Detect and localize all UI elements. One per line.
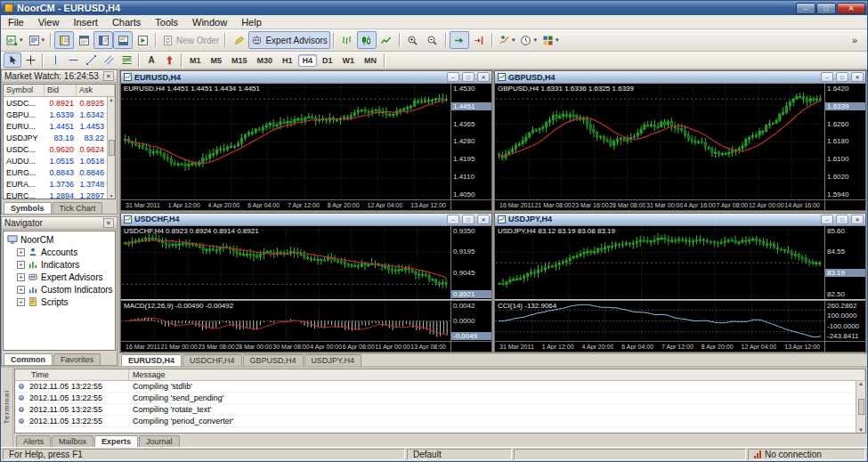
expand-icon[interactable]: + [17, 248, 25, 256]
chart-tab[interactable]: USDJPY,H4 [304, 354, 361, 366]
status-profile[interactable]: Default [407, 449, 512, 460]
candlestick-type-button[interactable] [357, 31, 377, 49]
navigator-toggle-button[interactable] [93, 31, 113, 49]
terminal-tab[interactable]: Journal [139, 435, 180, 447]
terminal-toggle-button[interactable] [113, 31, 133, 49]
timeframe-button[interactable]: W1 [338, 54, 360, 67]
chart-maximize-button[interactable]: □ [462, 215, 475, 224]
chart-close-button[interactable]: ✕ [477, 72, 490, 82]
tree-root-noorcm[interactable]: NoorCM [4, 233, 115, 246]
market-watch-toggle-button[interactable] [54, 31, 74, 49]
price-scale[interactable]: 0.93500.91950.90450.8921 [450, 226, 491, 300]
chart-tab[interactable]: GBPUSD,H4 [243, 354, 304, 366]
tree-item-scripts[interactable]: + Scripts [4, 296, 115, 308]
fibonacci-tool-button[interactable] [118, 53, 135, 68]
column-message[interactable]: Message [129, 369, 865, 380]
chart-maximize-button[interactable]: □ [462, 72, 475, 82]
timeframe-button[interactable]: MN [360, 54, 381, 67]
profiles-button[interactable]: ▾ [26, 31, 48, 49]
navigator-header[interactable]: Navigator ✕ [2, 217, 117, 230]
market-watch-header[interactable]: Market Watch: 16:24:53 ✕ [2, 70, 117, 83]
log-row[interactable]: 2012.11.05 13:22:55 Compiling 'send_pend… [15, 393, 865, 404]
symbol-row[interactable]: GBPU... 1.6339 1.6342 [4, 109, 115, 120]
terminal-tab[interactable]: Alerts [16, 435, 51, 447]
auto-scroll-button[interactable] [450, 31, 469, 49]
vertical-line-tool-button[interactable] [46, 53, 64, 68]
scroll-up-icon[interactable]: ▲ [110, 97, 114, 102]
periods-button[interactable]: ▾ [517, 31, 539, 49]
timeframe-button[interactable]: H4 [298, 54, 318, 67]
chart-minimize-button[interactable]: – [821, 72, 833, 82]
indicators-button[interactable]: ▾ [496, 31, 518, 49]
crosshair-tool-button[interactable] [21, 53, 39, 68]
chart-titlebar[interactable]: USDJPY,H4 – □ ✕ [495, 214, 865, 226]
symbol-row[interactable]: EURG... 0.8843 0.8846 [4, 166, 115, 178]
terminal-tab[interactable]: Experts [94, 435, 138, 447]
menu-item[interactable]: View [31, 16, 67, 28]
navigator-close-icon[interactable]: ✕ [103, 218, 114, 228]
bar-chart-type-button[interactable] [337, 31, 357, 49]
chart-plot[interactable]: GBPUSD,H4 1.6331 1.6336 1.6325 1.6339 [495, 84, 824, 199]
metaeditor-button[interactable] [229, 31, 248, 49]
chart-titlebar[interactable]: EURUSD,H4 – □ ✕ [121, 71, 491, 84]
timeframe-button[interactable]: M1 [185, 54, 206, 67]
arrow-tool-button[interactable] [160, 53, 178, 68]
timeframe-button[interactable]: M30 [253, 54, 278, 67]
text-tool-button[interactable]: A [142, 53, 160, 68]
titlebar[interactable]: NoorCM - EURUSD,H4 – □ ✕ [1, 1, 867, 15]
chart-shift-button[interactable] [469, 31, 489, 49]
chart-plot[interactable]: USDCHF,H4 0.8923 0.8924 0.8914 0.8921 [121, 226, 450, 300]
close-button[interactable]: ✕ [837, 3, 865, 14]
chart-maximize-button[interactable]: □ [836, 72, 848, 82]
expand-icon[interactable]: + [17, 298, 25, 306]
scroll-down-icon[interactable]: ▼ [110, 193, 114, 199]
chart-close-button[interactable]: ✕ [477, 215, 490, 224]
log-row[interactable]: 2012.11.05 13:22:55 Compiling 'stdlib' [15, 381, 865, 393]
scrollbar-thumb[interactable] [858, 399, 864, 415]
market-watch-tab[interactable]: Symbols [4, 202, 52, 214]
time-scale[interactable]: 31 Mar 20111 Apr 12:004 Apr 20:006 Apr 0… [495, 341, 824, 352]
menu-item[interactable]: Tools [148, 16, 185, 28]
symbol-row[interactable]: EURU... 1.4451 1.4453 [4, 120, 115, 132]
chart-titlebar[interactable]: GBPUSD,H4 – □ ✕ [495, 71, 865, 84]
column-time[interactable]: Time [28, 369, 129, 380]
menu-item[interactable]: Help [234, 16, 269, 28]
scrollbar-thumb[interactable] [109, 140, 115, 156]
line-chart-type-button[interactable] [377, 31, 396, 49]
symbol-row[interactable]: USDC... 0.8921 0.8925 [4, 97, 115, 109]
tree-item-accounts[interactable]: + Accounts [4, 246, 115, 258]
cci-subwindow[interactable]: CCI(14) -132.9064 [495, 301, 824, 341]
price-scale[interactable]: 1.45301.44511.43651.42801.41951.41101.40… [450, 84, 491, 199]
navigator-tab[interactable]: Common [4, 353, 53, 365]
navigator-tab[interactable]: Favorites [53, 353, 101, 365]
symbol-row[interactable]: USDJPY 83.19 83.22 [4, 132, 115, 143]
trendline-tool-button[interactable] [82, 53, 100, 68]
status-connection[interactable]: No connection [748, 449, 865, 460]
column-symbol[interactable]: Symbol [4, 85, 45, 96]
chart-close-button[interactable]: ✕ [851, 215, 864, 224]
market-watch-close-icon[interactable]: ✕ [103, 71, 114, 81]
symbol-row[interactable]: AUDU... 1.0515 1.0518 [4, 155, 115, 166]
expand-icon[interactable]: + [17, 286, 25, 294]
terminal-side-caption[interactable]: Terminal [1, 368, 13, 447]
market-watch-scrollbar[interactable]: ▲ ▼ [107, 97, 115, 199]
expand-icon[interactable]: + [17, 273, 25, 281]
column-ask[interactable]: Ask [77, 85, 115, 96]
minimize-button[interactable]: – [796, 3, 815, 14]
zoom-in-button[interactable] [403, 31, 423, 49]
symbol-row[interactable]: EURA... 1.3736 1.3748 [4, 178, 115, 190]
tree-item-indicators[interactable]: + Indicators [4, 258, 115, 271]
chart-minimize-button[interactable]: – [447, 72, 459, 82]
data-window-button[interactable] [74, 31, 93, 49]
new-chart-button[interactable]: ▾ [4, 31, 26, 49]
menu-item[interactable]: Window [185, 16, 234, 28]
time-scale[interactable]: 16 Mar 201121 Mar 08:0023 Mar 16:0028 Ma… [495, 199, 824, 210]
chart-plot[interactable]: EURUSD,H4 1.4451 1.4451 1.4434 1.4451 [121, 84, 450, 199]
column-bid[interactable]: Bid [45, 85, 77, 96]
strategy-tester-button[interactable] [133, 31, 152, 49]
chart-close-button[interactable]: ✕ [851, 72, 864, 82]
menu-item[interactable]: Charts [105, 16, 148, 28]
timeframe-button[interactable]: M15 [227, 54, 252, 67]
chart-maximize-button[interactable]: □ [836, 215, 848, 224]
chart-tab[interactable]: USDCHF,H4 [183, 354, 242, 366]
